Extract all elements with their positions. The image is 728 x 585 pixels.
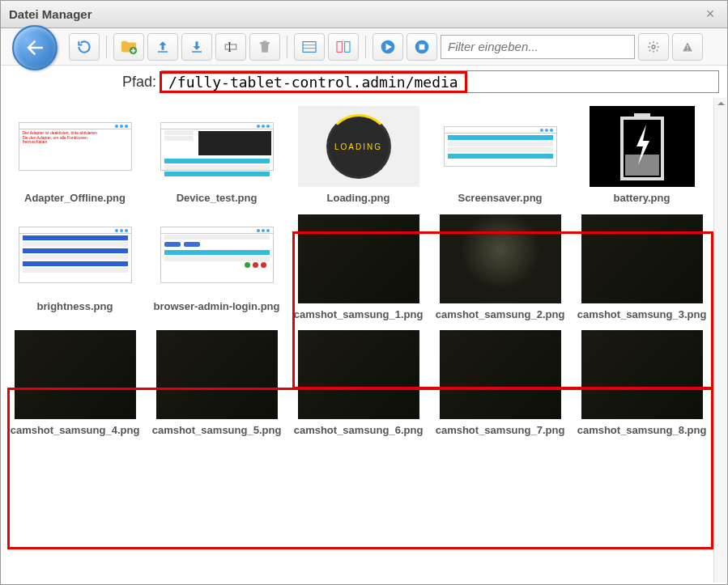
file-name-label: camshot_samsung_3.png bbox=[577, 308, 707, 321]
svg-rect-11 bbox=[419, 44, 425, 49]
grid-icon bbox=[335, 40, 351, 53]
file-name-label: camshot_samsung_1.png bbox=[294, 308, 424, 321]
file-name-label: camshot_samsung_8.png bbox=[577, 424, 707, 437]
folder-plus-icon bbox=[120, 38, 138, 56]
back-button[interactable] bbox=[12, 25, 57, 70]
svg-rect-4 bbox=[303, 41, 316, 52]
svg-rect-8 bbox=[345, 41, 350, 52]
play-icon bbox=[380, 39, 396, 55]
file-item[interactable]: camshot_samsung_5.png bbox=[151, 330, 283, 437]
stop-icon bbox=[414, 39, 430, 55]
warning-button[interactable] bbox=[672, 33, 703, 61]
file-item[interactable]: Screensaver.png bbox=[434, 106, 566, 205]
file-name-label: battery.png bbox=[614, 192, 671, 205]
list-icon bbox=[301, 40, 317, 53]
path-label: Pfad: bbox=[122, 74, 156, 91]
file-item[interactable]: Device_test.png bbox=[151, 106, 283, 205]
file-item[interactable]: brightness.png bbox=[9, 214, 141, 321]
file-thumbnail bbox=[156, 214, 278, 295]
file-thumbnail bbox=[581, 214, 703, 303]
gear-icon bbox=[647, 40, 660, 53]
svg-rect-7 bbox=[337, 41, 342, 52]
delete-button[interactable] bbox=[249, 33, 280, 61]
file-item[interactable]: camshot_samsung_6.png bbox=[292, 330, 424, 437]
file-name-label: Device_test.png bbox=[177, 192, 258, 205]
file-thumbnail: LOADING bbox=[298, 106, 419, 187]
rename-button[interactable] bbox=[215, 33, 246, 61]
window-title: Datei Manager bbox=[9, 7, 92, 21]
file-thumbnail bbox=[590, 106, 695, 187]
file-item[interactable]: camshot_samsung_8.png bbox=[576, 330, 708, 437]
upload-button[interactable] bbox=[147, 33, 178, 61]
list-view-button[interactable] bbox=[294, 33, 325, 61]
file-item[interactable]: camshot_samsung_7.png bbox=[434, 330, 566, 437]
refresh-icon bbox=[76, 39, 92, 55]
file-name-label: browser-admin-login.png bbox=[154, 300, 280, 313]
file-thumbnail bbox=[440, 214, 561, 303]
file-thumbnail bbox=[156, 330, 278, 419]
file-thumbnail bbox=[298, 214, 419, 303]
refresh-button[interactable] bbox=[69, 33, 100, 61]
file-name-label: camshot_samsung_4.png bbox=[11, 424, 140, 437]
file-item[interactable]: battery.png bbox=[576, 106, 708, 205]
svg-rect-3 bbox=[225, 45, 236, 49]
file-name-label: Adapter_Offline.png bbox=[24, 192, 126, 205]
file-manager-window: Datei Manager × bbox=[0, 0, 728, 585]
file-name-label: camshot_samsung_2.png bbox=[436, 308, 565, 321]
file-item[interactable]: Der Adapter ist deaktiviert, bitte aktiv… bbox=[9, 106, 141, 205]
path-input-wrapper bbox=[161, 70, 719, 93]
file-name-label: Loading.png bbox=[327, 192, 390, 205]
file-thumbnail bbox=[298, 330, 419, 419]
file-thumbnail bbox=[440, 330, 561, 419]
file-item[interactable]: camshot_samsung_2.png bbox=[434, 214, 566, 321]
file-name-label: brightness.png bbox=[37, 300, 113, 313]
file-thumbnail bbox=[440, 106, 561, 187]
stop-button[interactable] bbox=[407, 33, 437, 61]
file-name-label: Screensaver.png bbox=[458, 192, 542, 205]
file-thumbnail bbox=[15, 330, 136, 419]
path-highlight-annotation bbox=[160, 71, 467, 93]
svg-point-12 bbox=[652, 45, 655, 49]
close-icon[interactable]: × bbox=[701, 6, 719, 23]
download-button[interactable] bbox=[181, 33, 212, 61]
settings-button[interactable] bbox=[638, 33, 669, 61]
file-name-label: camshot_samsung_5.png bbox=[152, 424, 282, 437]
toolbar bbox=[1, 28, 727, 66]
file-name-label: camshot_samsung_6.png bbox=[294, 424, 424, 437]
svg-rect-14 bbox=[634, 113, 650, 120]
file-thumbnail bbox=[15, 214, 136, 295]
path-input[interactable] bbox=[164, 74, 463, 91]
download-icon bbox=[189, 40, 204, 54]
text-cursor-icon bbox=[224, 40, 238, 54]
file-item[interactable]: browser-admin-login.png bbox=[151, 214, 283, 321]
file-item[interactable]: LOADINGLoading.png bbox=[292, 106, 424, 205]
svg-rect-15 bbox=[625, 155, 659, 176]
titlebar: Datei Manager × bbox=[1, 1, 727, 28]
arrow-left-icon bbox=[23, 36, 47, 60]
upload-icon bbox=[155, 40, 170, 54]
scrollbar[interactable] bbox=[713, 98, 727, 583]
path-bar: Pfad: bbox=[1, 66, 727, 98]
new-folder-button[interactable] bbox=[113, 33, 144, 61]
file-name-label: camshot_samsung_7.png bbox=[436, 424, 565, 437]
warning-icon bbox=[681, 40, 694, 53]
file-grid-area: Der Adapter ist deaktiviert, bitte aktiv… bbox=[1, 98, 727, 584]
file-item[interactable]: camshot_samsung_3.png bbox=[576, 214, 708, 321]
svg-rect-1 bbox=[158, 51, 168, 53]
trash-icon bbox=[258, 40, 272, 54]
file-item[interactable]: camshot_samsung_4.png bbox=[9, 330, 141, 437]
svg-rect-2 bbox=[192, 51, 202, 53]
file-thumbnail: Der Adapter ist deaktiviert, bitte aktiv… bbox=[15, 106, 136, 187]
file-item[interactable]: camshot_samsung_1.png bbox=[292, 214, 424, 321]
grid-view-button[interactable] bbox=[328, 33, 359, 61]
file-thumbnail bbox=[156, 106, 278, 187]
scroll-up-icon bbox=[714, 98, 728, 109]
filter-input[interactable] bbox=[441, 35, 635, 59]
play-button[interactable] bbox=[373, 33, 403, 61]
file-thumbnail bbox=[581, 330, 703, 419]
